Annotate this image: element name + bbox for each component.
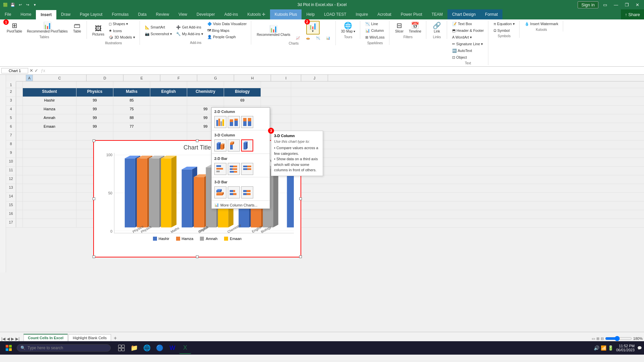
cell-a3[interactable]: [16, 97, 23, 105]
explorer-taskbar-icon[interactable]: 📁: [128, 342, 140, 354]
taskview-button[interactable]: [115, 342, 127, 354]
2d-stacked-bar[interactable]: [228, 163, 240, 175]
visio-button[interactable]: 🔷 Visio Data Visualizer: [206, 21, 249, 27]
row-num-2[interactable]: 2: [6, 88, 16, 97]
col-header-c[interactable]: C: [33, 75, 87, 81]
get-addins-button[interactable]: ➕ Get Add-ins: [174, 24, 205, 31]
2d-100pct-stacked-bar[interactable]: [241, 163, 253, 175]
signature-line-button[interactable]: ✏ Signature Line ▾: [450, 41, 485, 47]
cell-f2-english[interactable]: English: [150, 88, 187, 97]
add-sheet-button[interactable]: +: [112, 335, 119, 341]
col-header-g[interactable]: G: [197, 75, 234, 81]
row-num-12[interactable]: 12: [6, 175, 16, 184]
cell-i3[interactable]: [261, 97, 291, 105]
slicer-button[interactable]: ⊟ Slicer: [393, 21, 406, 35]
cell-e4[interactable]: 75: [113, 106, 150, 114]
cell-c3[interactable]: Hashir: [23, 97, 76, 105]
cell-h3[interactable]: 69: [224, 97, 261, 105]
cell-c6[interactable]: Emaan: [23, 123, 76, 131]
cell-d7[interactable]: [76, 132, 113, 140]
3d-map-button[interactable]: 🌐 3D Map ▾: [339, 21, 358, 35]
cell-f6[interactable]: [150, 123, 187, 131]
prev-sheet-button[interactable]: ◀: [7, 337, 10, 341]
2d-stacked-column[interactable]: [228, 116, 240, 128]
smartart-button[interactable]: 📐 SmartArt: [143, 24, 174, 31]
row-num-5[interactable]: 5: [6, 114, 16, 123]
area-chart-button[interactable]: 📊: [323, 35, 333, 41]
bar-chart-button[interactable]: 📉: [313, 35, 323, 41]
notification-button[interactable]: 💬: [637, 346, 642, 350]
cell-a1[interactable]: [16, 81, 23, 88]
pie-chart-button[interactable]: 🥧: [303, 35, 313, 41]
3d-clustered-bar[interactable]: [214, 186, 226, 198]
wordart-button[interactable]: A WordArt ▾: [450, 34, 485, 41]
chart-type-dropdown[interactable]: 2-D Column 3-D Column: [211, 107, 270, 209]
col-header-f[interactable]: F: [160, 75, 197, 81]
object-button[interactable]: ⊡ Object: [450, 54, 485, 61]
row-num-1[interactable]: 1: [6, 81, 16, 88]
chart-handle-bl[interactable]: [93, 255, 95, 258]
chart-handle-mr[interactable]: [299, 197, 302, 200]
cell-i1[interactable]: [261, 81, 291, 88]
bing-maps-button[interactable]: 🗺 Bing Maps: [206, 27, 249, 34]
row-num-10[interactable]: 10: [6, 158, 16, 166]
recommended-charts-button[interactable]: 📊 Recommended Charts: [255, 24, 292, 38]
equation-button[interactable]: π Equation ▾: [492, 21, 516, 27]
pictures-button[interactable]: 🖼 Pictures: [90, 24, 106, 38]
cell-d6[interactable]: 99: [76, 123, 113, 131]
tab-kutools[interactable]: Kutools ✛: [243, 9, 270, 19]
symbol-button[interactable]: Ω Symbol: [492, 27, 516, 34]
row-num-4[interactable]: 4: [6, 106, 16, 114]
textbox-button[interactable]: 📝 Text Box: [450, 21, 485, 27]
sheet-tab-highlight-blank[interactable]: Highlight Blank Cells: [68, 334, 111, 341]
col-header-a[interactable]: A: [26, 75, 33, 81]
tab-data[interactable]: Data: [133, 9, 151, 19]
ribbon-display-button[interactable]: ▭: [601, 2, 609, 8]
cell-e6[interactable]: 77: [113, 123, 150, 131]
cell-e5[interactable]: 88: [113, 114, 150, 123]
cell-c4[interactable]: Hamza: [23, 106, 76, 114]
cell-c2-student[interactable]: Student: [23, 88, 76, 97]
cell-f5[interactable]: [150, 114, 187, 123]
2d-clustered-bar[interactable]: [214, 163, 226, 175]
cell-h2-biology[interactable]: Biology: [224, 88, 261, 97]
save-button[interactable]: 💾: [10, 2, 15, 7]
column-sparkline-button[interactable]: 📊 Column: [364, 27, 386, 34]
taskbar-search[interactable]: 🔍 Type here to search: [17, 344, 111, 352]
sheet-tab-count-cells[interactable]: Count Cells In Excel: [23, 334, 68, 341]
more-charts-link[interactable]: 📊 More Column Charts...: [212, 201, 270, 208]
cell-a5[interactable]: [16, 114, 23, 123]
row-num-17[interactable]: 17: [6, 219, 16, 227]
icons-button[interactable]: ★ Icons: [107, 27, 137, 34]
minimize-button[interactable]: —: [612, 2, 620, 8]
cell-f1[interactable]: [150, 81, 187, 88]
tab-home[interactable]: Home: [16, 9, 36, 19]
cell-d5[interactable]: 99: [76, 114, 113, 123]
col-header-i[interactable]: I: [271, 75, 301, 81]
chart-handle-br[interactable]: [299, 255, 302, 258]
tab-review[interactable]: Review: [151, 9, 174, 19]
cell-e3[interactable]: 85: [113, 97, 150, 105]
3d-stacked-column[interactable]: [228, 139, 240, 152]
tab-load-test[interactable]: LOAD TEST: [319, 9, 351, 19]
row-num-8[interactable]: 8: [6, 140, 16, 149]
insert-watermark-button[interactable]: 💧 Insert Watermark: [523, 21, 560, 27]
customize-qat-button[interactable]: ▾: [32, 2, 38, 7]
row-num-6[interactable]: 6: [6, 123, 16, 131]
cell-f4[interactable]: [150, 106, 187, 114]
cell-d4[interactable]: 99: [76, 106, 113, 114]
zoom-slider[interactable]: [605, 336, 632, 341]
cell-e7[interactable]: [113, 132, 150, 140]
row-num-3[interactable]: 3: [6, 97, 16, 105]
col-header-h[interactable]: H: [234, 75, 271, 81]
chrome-taskbar-icon[interactable]: 🔵: [154, 342, 166, 354]
row-num-7[interactable]: 7: [6, 132, 16, 140]
chart-container[interactable]: + 🖌 ▽ Chart Title 100 50 0: [93, 140, 301, 257]
chart-handle-bc[interactable]: [196, 255, 199, 258]
screenshot-button[interactable]: 📷 Screenshot ▾: [143, 31, 174, 37]
cell-a4[interactable]: [16, 106, 23, 114]
cell-a7[interactable]: [16, 132, 23, 140]
cell-i2[interactable]: [261, 88, 291, 97]
header-footer-button[interactable]: ⬒ Header & Footer: [450, 27, 485, 34]
cancel-formula-button[interactable]: ✕: [30, 68, 33, 73]
